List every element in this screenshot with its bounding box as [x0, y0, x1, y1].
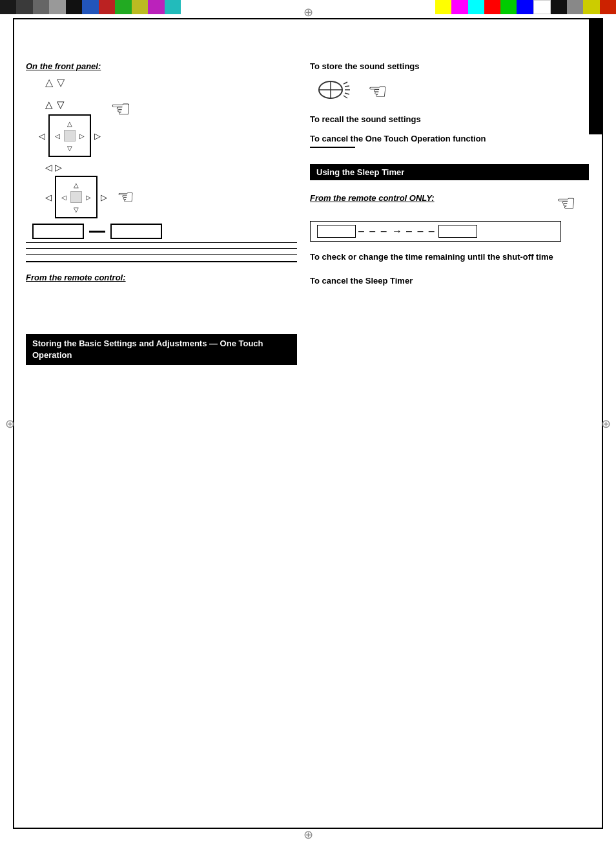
left-arrow-dpad2: ◁	[45, 193, 52, 202]
compass-right-mid: ⊕	[601, 417, 611, 431]
dpad1-down: ▽	[64, 142, 76, 154]
control-box-right	[110, 224, 162, 239]
hand-icon-1: ☞	[110, 96, 131, 123]
left-arrow-dpad1: ◁	[39, 131, 45, 141]
lr-arrows: ◁ ▷	[45, 162, 107, 173]
right-arrow-dpad1: ▷	[94, 131, 101, 141]
control-line-mid	[89, 231, 105, 233]
svg-line-7	[344, 96, 347, 98]
down-arrow-2: ▽	[57, 99, 65, 110]
storing-header: Storing the Basic Settings and Adjustmen…	[26, 334, 297, 365]
right-column: To store the sound settings	[303, 61, 589, 365]
dpad1-right: ▷	[76, 130, 88, 141]
right-arrow-dpad2: ▷	[101, 193, 107, 202]
svg-line-4	[345, 86, 349, 87]
storing-section: Storing the Basic Settings and Adjustmen…	[26, 334, 297, 365]
hand-icon-2: ☞	[117, 185, 134, 208]
cancel-underline	[310, 147, 355, 148]
control-box-left	[32, 224, 84, 239]
hand-icon-store: ☞	[368, 78, 387, 104]
svg-line-6	[345, 93, 349, 94]
from-remote-section: From the remote control:	[26, 273, 297, 282]
target-icon	[316, 78, 352, 105]
dpad2-up: △	[70, 179, 82, 191]
store-sound-heading: To store the sound settings	[310, 61, 589, 71]
sleep-dashes: – – – →	[358, 225, 404, 237]
dpad2-right: ▷	[83, 191, 94, 203]
hline-thick	[26, 261, 297, 262]
sleep-box-right	[438, 225, 477, 238]
dpad1-left: ◁	[52, 130, 63, 141]
dpad2-down: ▽	[70, 204, 82, 215]
top-color-bar-right	[435, 0, 616, 14]
sleep-timer-header: Using the Sleep Timer	[310, 164, 589, 180]
arrows-row-1: △ ▽	[45, 76, 297, 89]
hline-2	[26, 248, 297, 249]
recall-sound-heading: To recall the sound settings	[310, 114, 589, 124]
hand-icon-sleep: ☞	[557, 190, 576, 216]
dpad1-center	[64, 130, 76, 141]
top-color-bar-left	[0, 0, 181, 14]
dpad2-left: ◁	[58, 191, 70, 203]
up-arrow-2: △	[45, 99, 53, 110]
sleep-dashes-2: – – –	[406, 225, 436, 237]
hline-1	[26, 242, 297, 243]
main-content: On the front panel: △ ▽ △ ▽ ◁	[26, 61, 589, 821]
up-arrow-1: △	[45, 76, 53, 89]
compass-left-mid: ⊕	[5, 417, 15, 431]
check-change-heading: To check or change the time remaining un…	[310, 251, 589, 263]
cancel-function-heading: To cancel the One Touch Operation functi…	[310, 134, 589, 143]
from-remote-only-label: From the remote control ONLY:	[310, 193, 435, 203]
from-remote-label: From the remote control:	[26, 273, 297, 282]
compass-top: ⊕	[303, 5, 313, 19]
down-arrow-1: ▽	[57, 76, 65, 89]
hline-3	[26, 254, 297, 255]
front-panel-label: On the front panel:	[26, 61, 297, 71]
cancel-sleep-heading: To cancel the Sleep Timer	[310, 276, 589, 286]
index-tab	[589, 18, 603, 134]
dpad1-up: △	[64, 118, 76, 129]
compass-bottom: ⊕	[303, 828, 313, 842]
dpad2-center	[70, 191, 82, 203]
sleep-timer-dashes: – – – → – – –	[310, 221, 561, 242]
left-column: On the front panel: △ ▽ △ ▽ ◁	[26, 61, 297, 365]
svg-line-3	[344, 82, 347, 84]
sleep-box-left	[317, 225, 356, 238]
